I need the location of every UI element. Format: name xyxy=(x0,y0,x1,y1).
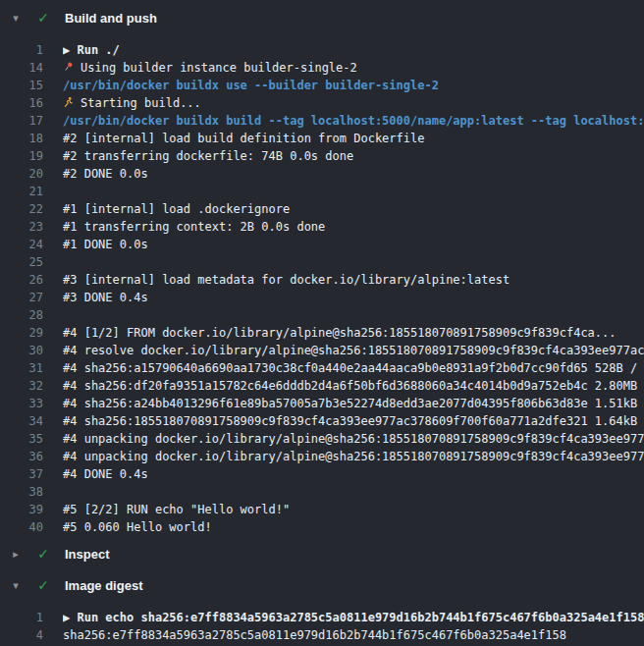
line-text-content: Run echo sha256:e7ff8834a5963a2785c5a081… xyxy=(77,611,644,624)
line-number[interactable]: 32 xyxy=(0,377,43,395)
line-text: #3 [internal] load metadata for docker.i… xyxy=(63,271,644,289)
log-line: 39 #5 [2/2] RUN echo "Hello world!" xyxy=(0,501,644,518)
line-number[interactable]: 15 xyxy=(0,77,43,94)
line-number[interactable]: 28 xyxy=(0,306,43,324)
line-number[interactable]: 20 xyxy=(0,165,43,183)
line-text: #4 DONE 0.4s xyxy=(63,465,644,483)
play-icon[interactable]: ▶ xyxy=(63,43,77,57)
chevron-down-icon[interactable]: ▾ xyxy=(8,12,24,25)
line-text-content: #2 [internal] load build definition from… xyxy=(63,132,424,145)
line-text-content: #2 transferring dockerfile: 74B 0.0s don… xyxy=(63,149,353,163)
log-line: 1 ▶ Run ./ xyxy=(0,41,644,59)
line-number[interactable]: 25 xyxy=(0,253,43,271)
line-number[interactable]: 35 xyxy=(0,430,43,448)
log-line: 40 #5 0.060 Hello world! xyxy=(0,518,644,536)
line-number[interactable]: 37 xyxy=(0,465,43,483)
workflow-log-viewer: ▾ ✓ Build and push 1 ▶ Run ./ 14 Using b… xyxy=(0,0,644,644)
log-line: 38 xyxy=(0,483,644,501)
section-title: Image digest xyxy=(65,578,142,593)
line-text-content: #3 DONE 0.4s xyxy=(63,291,148,304)
line-text: sha256:e7ff8834a5963a2785c5a0811e979d16b… xyxy=(63,626,644,644)
section-title: Inspect xyxy=(65,547,110,562)
line-text-content: #4 sha256:df20fa9351a15782c64e6dddb2d4a6… xyxy=(63,379,644,393)
line-text: #4 unpacking docker.io/library/alpine@sh… xyxy=(63,430,644,448)
log-line: 34 #4 sha256:185518070891758909c9f839cf4… xyxy=(0,412,644,430)
line-text-content: Run ./ xyxy=(77,43,119,57)
line-number[interactable]: 33 xyxy=(0,395,43,412)
line-text-content: #4 sha256:a15790640a6690aa1730c38cf0a440… xyxy=(63,361,644,375)
line-number[interactable]: 38 xyxy=(0,483,43,501)
log-line: 28 xyxy=(0,306,644,324)
line-text-content: #5 0.060 Hello world! xyxy=(63,520,212,534)
chevron-right-icon[interactable]: ▸ xyxy=(8,548,24,561)
log-line: 16 Starting build... xyxy=(0,94,644,112)
log-line: 23 #1 transferring context: 2B 0.0s done xyxy=(0,218,644,236)
line-text-content: #4 unpacking docker.io/library/alpine@sh… xyxy=(63,450,644,463)
line-number[interactable]: 16 xyxy=(0,94,43,112)
log-line: 21 xyxy=(0,183,644,200)
log-line: 27 #3 DONE 0.4s xyxy=(0,289,644,306)
line-text: #4 sha256:a24bb4013296f61e89ba57005a7b3e… xyxy=(63,395,644,412)
chevron-down-icon[interactable]: ▾ xyxy=(8,579,24,592)
line-text: #2 DONE 0.0s xyxy=(63,165,644,183)
log-lines-build-and-push: 1 ▶ Run ./ 14 Using builder instance bui… xyxy=(0,41,644,536)
line-text-content: #5 [2/2] RUN echo "Hello world!" xyxy=(63,503,290,516)
line-number[interactable]: 17 xyxy=(0,112,43,130)
line-number[interactable]: 36 xyxy=(0,448,43,465)
line-number[interactable]: 26 xyxy=(0,271,43,289)
line-text-content: #4 unpacking docker.io/library/alpine@sh… xyxy=(63,432,644,446)
log-line: 15 /usr/bin/docker buildx use --builder … xyxy=(0,77,644,94)
play-icon[interactable]: ▶ xyxy=(63,611,77,624)
line-number[interactable]: 22 xyxy=(0,200,43,218)
runner-icon xyxy=(63,95,77,112)
line-text-content: Using builder instance builder-single-2 xyxy=(80,61,357,75)
line-text: #2 [internal] load build definition from… xyxy=(63,130,644,147)
line-text-content: #3 [internal] load metadata for docker.i… xyxy=(63,273,510,287)
section-header-build-and-push[interactable]: ▾ ✓ Build and push xyxy=(0,2,644,33)
line-number[interactable]: 1 xyxy=(0,41,43,59)
line-text: #4 sha256:185518070891758909c9f839cf4ca3… xyxy=(63,412,644,430)
line-number[interactable]: 21 xyxy=(0,183,43,200)
log-line: 1 ▶ Run echo sha256:e7ff8834a5963a2785c5… xyxy=(0,609,644,626)
log-line: 35 #4 unpacking docker.io/library/alpine… xyxy=(0,430,644,448)
line-text: /usr/bin/docker buildx use --builder bui… xyxy=(63,77,644,94)
line-text xyxy=(63,306,644,324)
log-line: 19 #2 transferring dockerfile: 74B 0.0s … xyxy=(0,147,644,165)
line-text-content: #1 [internal] load .dockerignore xyxy=(63,202,290,216)
line-number[interactable]: 23 xyxy=(0,218,43,236)
log-line: 25 xyxy=(0,253,644,271)
line-text-content: #4 DONE 0.4s xyxy=(63,467,148,481)
line-number[interactable]: 29 xyxy=(0,324,43,342)
line-number[interactable]: 14 xyxy=(0,59,43,77)
section-header-inspect[interactable]: ▸ ✓ Inspect xyxy=(0,538,644,569)
line-number[interactable]: 30 xyxy=(0,342,43,359)
log-line: 31 #4 sha256:a15790640a6690aa1730c38cf0a… xyxy=(0,359,644,377)
log-line: 32 #4 sha256:df20fa9351a15782c64e6dddb2d… xyxy=(0,377,644,395)
line-number[interactable]: 39 xyxy=(0,501,43,518)
line-text xyxy=(63,183,644,200)
line-number[interactable]: 34 xyxy=(0,412,43,430)
line-number[interactable]: 31 xyxy=(0,359,43,377)
line-number[interactable]: 18 xyxy=(0,130,43,147)
line-number[interactable]: 40 xyxy=(0,518,43,536)
section-header-image-digest[interactable]: ▾ ✓ Image digest xyxy=(0,569,644,601)
check-icon: ✓ xyxy=(35,10,51,26)
line-text: #1 [internal] load .dockerignore xyxy=(63,200,644,218)
check-icon: ✓ xyxy=(35,577,51,593)
line-text: #2 transferring dockerfile: 74B 0.0s don… xyxy=(63,147,644,165)
log-line: 37 #4 DONE 0.4s xyxy=(0,465,644,483)
line-number[interactable]: 4 xyxy=(0,626,43,644)
line-number[interactable]: 24 xyxy=(0,236,43,253)
log-line: 22 #1 [internal] load .dockerignore xyxy=(0,200,644,218)
line-number[interactable]: 27 xyxy=(0,289,43,306)
line-text: ▶ Run ./ xyxy=(63,41,644,59)
line-text-content: #1 DONE 0.0s xyxy=(63,238,148,251)
line-text-content: #4 sha256:185518070891758909c9f839cf4ca3… xyxy=(63,414,644,428)
log-line: 20 #2 DONE 0.0s xyxy=(0,165,644,183)
line-number[interactable]: 19 xyxy=(0,147,43,165)
log-line: 33 #4 sha256:a24bb4013296f61e89ba57005a7… xyxy=(0,395,644,412)
line-number[interactable]: 1 xyxy=(0,609,43,626)
line-text: Using builder instance builder-single-2 xyxy=(63,59,644,77)
line-text-content: #4 resolve docker.io/library/alpine@sha2… xyxy=(63,344,644,357)
log-line: 14 Using builder instance builder-single… xyxy=(0,59,644,77)
